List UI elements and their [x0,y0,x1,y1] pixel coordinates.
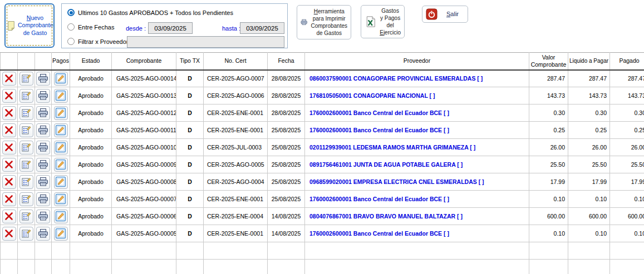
row-print-button[interactable] [36,123,50,137]
empty-table-row [1,242,644,260]
properties-form-icon [21,177,31,187]
row-pagos-edit-button[interactable] [54,123,68,137]
delete-row-button[interactable] [2,72,16,86]
proveedor-link-cell[interactable]: 0891756461001 JUNTA DE AGUA POTABLE GALE… [305,156,529,173]
row-pagos-edit-button[interactable] [54,175,68,189]
radio-between-dates-label: Entre Fechas [78,24,114,31]
edit-pencil-icon [55,90,66,101]
vouchers-table: Pagos Estado Comprobante Tipo TX No. Cer… [0,52,644,274]
proveedor-link-cell[interactable]: 1768105050001 CONAGOPARE NACIONAL [ ] [305,87,529,104]
proveedor-link-cell[interactable]: 0804076867001 BRAVO BRAVO MANUEL BALTAZA… [305,208,529,225]
radio-last10[interactable]: Ultimos 10 Gastos APROBADOS + Todos los … [67,9,233,16]
row-properties-button[interactable] [19,72,33,86]
comprobante-cell: GAS-2025-AGO-00005 [112,225,176,242]
row-properties-button[interactable] [19,192,33,206]
row-print-button[interactable] [36,89,50,103]
header-proveedor: Proveedor [305,53,529,70]
valor-comprobante-cell: 0.30 [529,104,568,122]
new-voucher-button[interactable]: Nuevo Comprobante de Gasto [4,3,55,48]
filter-panel: Ultimos 10 Gastos APROBADOS + Todos los … [61,3,288,48]
delete-row-button[interactable] [2,192,16,206]
estado-cell: Aprobado [70,156,112,173]
print-vouchers-tool-button[interactable]: Herramienta para Imprimir Comprobantes d… [297,5,351,39]
no-cert-cell: CER-2025-ENE-0001 [204,122,268,139]
radio-circle-icon[interactable] [67,9,75,16]
row-print-button[interactable] [36,158,50,172]
properties-form-icon [21,125,31,135]
row-pagos-edit-button[interactable] [54,106,68,120]
proveedor-link-cell[interactable]: 1760002600001 Banco Central del Ecuador … [305,104,529,122]
row-properties-button[interactable] [19,89,33,103]
row-properties-button[interactable] [19,227,33,241]
delete-row-button[interactable] [2,141,16,155]
radio-between-dates[interactable]: Entre Fechas [67,23,114,31]
delete-row-button[interactable] [2,123,16,137]
delete-row-button[interactable] [2,89,16,103]
pagado-cell: 17.99 [610,173,644,191]
no-cert-cell: CER-2025-AGO-0006 [204,87,268,104]
proveedor-link-cell[interactable]: 1760002600001 Banco Central del Ecuador … [305,225,529,242]
radio-circle-icon[interactable] [67,23,75,31]
row-properties-button[interactable] [19,158,33,172]
proveedor-link-cell[interactable]: 0201129939001 LEDESMA RAMOS MARTHA GRIMA… [305,139,529,156]
printer-icon [301,16,307,29]
hasta-date-field[interactable] [240,22,284,34]
row-properties-button[interactable] [19,175,33,189]
delete-row-button[interactable] [2,158,16,172]
row-print-button[interactable] [36,192,50,206]
row-pagos-edit-button[interactable] [54,158,68,172]
row-properties-button[interactable] [19,210,33,223]
row-pagos-edit-button[interactable] [54,141,68,155]
row-pagos-edit-button[interactable] [54,89,68,103]
proveedor-link-cell[interactable]: 0860037590001 CONAGOPARE PROVINCIAL ESME… [305,70,529,87]
valor-comprobante-cell: 0.25 [529,122,568,139]
row-print-button[interactable] [36,72,50,86]
row-print-button[interactable] [36,175,50,189]
estado-cell: Aprobado [70,191,112,208]
estado-cell: Aprobado [70,70,112,87]
delete-row-button[interactable] [2,227,16,241]
row-pagos-edit-button[interactable] [54,192,68,206]
note-page-icon [7,18,16,33]
row-properties-button[interactable] [19,141,33,155]
row-pagos-edit-button[interactable] [54,72,68,86]
delete-row-button[interactable] [2,106,16,120]
properties-form-icon [21,160,31,170]
comprobante-cell: GAS-2025-AGO-00006 [112,208,176,225]
delete-x-icon [4,91,14,101]
header-no-cert: No. Cert [204,53,268,70]
radio-filter-provider[interactable]: Filtrar x Proveedor [67,38,128,45]
delete-row-button[interactable] [2,175,16,189]
provider-filter-input[interactable] [127,36,284,48]
desde-date-field[interactable] [148,22,193,34]
row-print-button[interactable] [36,227,50,241]
print-tool-label: Herramienta para Imprimir Comprobantes d… [311,8,347,37]
comprobante-cell: GAS-2025-AGO-00013 [112,87,176,104]
row-pagos-edit-button[interactable] [54,210,68,223]
proveedor-link-cell[interactable]: 1760002600001 Banco Central del Ecuador … [305,191,529,208]
estado-cell: Aprobado [70,104,112,122]
row-print-button[interactable] [36,141,50,155]
row-print-button[interactable] [36,106,50,120]
excel-report-button[interactable]: Gastos y Pagos del Ejercicio [361,5,405,38]
fecha-cell: 25/08/2025 [268,139,305,156]
row-print-button[interactable] [36,210,50,223]
delete-row-button[interactable] [2,210,16,223]
header-tipo-tx: Tipo TX [176,53,204,70]
fecha-cell: 25/08/2025 [268,156,305,173]
pagado-cell: 0.30 [610,104,644,122]
header-fecha: Fecha [268,53,305,70]
table-row: Aprobado GAS-2025-AGO-00008 D CER-2025-A… [1,173,644,191]
proveedor-link-cell[interactable]: 1760002600001 Banco Central del Ecuador … [305,122,529,139]
row-properties-button[interactable] [19,123,33,137]
delete-x-icon [4,211,14,221]
valor-comprobante-cell: 287.47 [529,70,568,87]
exit-button[interactable]: Salir [422,6,468,23]
row-properties-button[interactable] [19,106,33,120]
radio-circle-icon[interactable] [67,38,75,45]
row-pagos-edit-button[interactable] [54,227,68,241]
liquido-a-pagar-cell: 287.47 [568,70,610,87]
fecha-cell: 14/08/2025 [268,225,305,242]
properties-form-icon [21,108,31,118]
proveedor-link-cell[interactable]: 0968599020001 EMPRESA ELECTRICA CNEL ESM… [305,173,529,191]
